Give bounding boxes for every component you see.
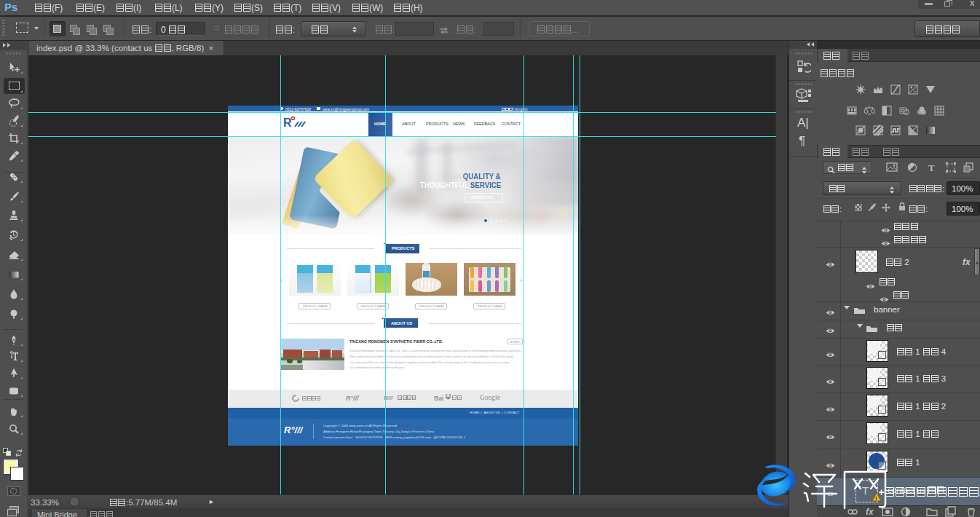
svg-text:fx: fx: [866, 507, 874, 517]
svg-text:R: R: [283, 117, 292, 129]
svg-text:!: !: [875, 495, 877, 502]
svg-text:T: T: [928, 162, 935, 173]
